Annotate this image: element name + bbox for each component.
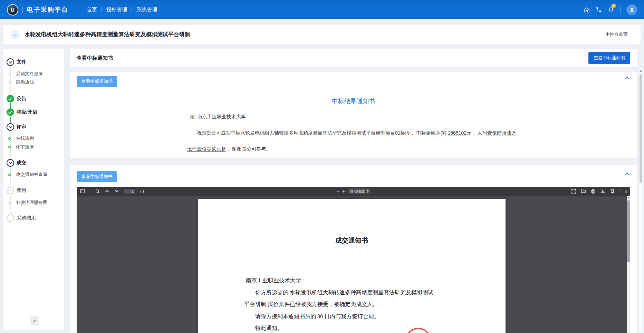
document-title: 成交通知书 [198,199,506,245]
notice-body-text: 元， 大写 [467,130,487,136]
pdf-zoom-value: 自动缩放 [350,189,365,194]
collapse-card-icon[interactable] [625,77,629,81]
divider [22,7,23,13]
scrollbar-thumb[interactable] [640,74,642,183]
divider [619,189,620,194]
nav-home[interactable]: 首页 [82,7,102,13]
section-header: 查看中标通知书 查看中标通知书 [70,49,637,67]
pdf-zoom-select[interactable]: 自动缩放 [348,188,371,194]
sidebar-item-agency-service-fee[interactable]: 补缴代理服务费 [8,199,47,206]
scrollbar-thumb[interactable] [627,200,630,262]
app-title: 电子采购平台 [27,6,68,14]
sidebar-item-procurement-file-clarification[interactable]: 采购文件澄清 [8,71,43,77]
sidebar-group-procurement-end[interactable]: 采购结束 [7,214,36,222]
main-content: 查看中标通知书 查看中标通知书 查看中标通知书 中标结果通知书 致: 南京工业职… [70,49,637,333]
ellipsis-circle-icon [7,214,14,222]
divider [90,189,90,194]
window-scrollbar[interactable] [638,68,643,333]
step-bullet-icon [8,174,11,176]
pdf-download-icon[interactable] [599,188,606,194]
section-title: 查看中标通知书 [77,55,113,61]
sidebar-group-announcement[interactable]: 公告 [7,95,26,102]
pdf-page-number-input[interactable] [123,188,135,194]
pdf-zoom-out-icon[interactable]: − [336,189,339,194]
project-title: 水轮发电机组大轴转速多种高精度测量算法研究及模拟测试平台研制 [25,31,190,38]
award-notice-badge[interactable]: 查看中标通知书 [77,76,117,87]
ellipsis-circle-icon [7,187,14,194]
pdf-toolbar: / 1 − + 自动缩放 [77,187,630,196]
pdf-next-page-icon[interactable] [114,188,120,194]
nav-bid-management[interactable]: 投标管理 [102,7,132,13]
notice-recipient: 致: 南京工业职业技术大学 [187,113,520,120]
scroll-up-icon[interactable] [640,70,642,72]
pdf-page-total: / 1 [140,189,144,193]
sidebar-item-online-negotiation[interactable]: 在线谈判 [8,135,34,141]
sidebar-group-review[interactable]: 评审 [7,123,26,131]
sidebar-collapse-button[interactable]: « [30,316,39,325]
console-home-button[interactable]: 主控台首页 [600,29,633,40]
pdf-zoom-in-icon[interactable]: + [342,189,345,194]
view-award-notice-button[interactable]: 查看中标通知书 [588,52,630,64]
notice-body-text: ， 谢谢贵公司参与。 [226,146,271,151]
step-bullet-icon [8,146,11,148]
sidebar-group-response-open[interactable]: 响应/开启 [7,108,37,116]
divider [620,7,621,13]
pdf-scrollbar[interactable] [627,196,630,333]
nav-system-management[interactable]: 系统管理 [132,7,162,13]
pdf-previous-page-icon[interactable] [104,188,110,194]
notice-box: 中标结果通知书 致: 南京工业职业技术大学 祝贺贵公司成功中标水轮发电机组大轴转… [77,90,630,157]
pdf-presentation-mode-icon[interactable] [570,188,577,194]
home-icon[interactable] [583,6,590,13]
pdf-page: 成交通知书 南京工业职业技术大学： 你方所递交的 水轮发电机组大轴转速多种高精度… [198,199,506,333]
sidebar-group-fees[interactable]: 费用 [7,187,26,194]
process-sidebar: 文件 采购文件澄清 踏勘通知 公告 响应/开启 评审 在线谈判 评审澄清 [3,49,64,330]
check-circle-icon [7,108,14,116]
pdf-notice-card: 查看中标通知书 [70,165,637,333]
document-line: 特此通知。 [244,322,478,333]
pdf-open-file-icon[interactable] [580,188,586,194]
pdf-document-area: 成交通知书 南京工业职业技术大学： 你方所递交的 水轮发电机组大轴转速多种高精度… [77,196,630,333]
bell-icon[interactable]: 3 [607,6,614,13]
document-body: 南京工业职业技术大学： 你方所递交的 水轮发电机组大轴转速多种高精度测量算法研究… [198,275,506,333]
pdf-sidebar-toggle-icon[interactable] [79,188,86,194]
pdf-bookmark-icon[interactable] [609,188,615,194]
sidebar-item-review-clarification[interactable]: 评审澄清 [8,144,34,150]
sidebar-group-award[interactable]: 成交 [7,159,26,167]
collapse-card-icon[interactable] [625,173,629,177]
award-notice-card: 查看中标通知书 中标结果通知书 致: 南京工业职业技术大学 祝贺贵公司成功中标水… [70,72,637,158]
primary-nav: 首页 投标管理 系统管理 [82,7,162,13]
sidebar-item-award-notice-view[interactable]: 成交通知书查看 [8,172,47,178]
document-line: 南京工业职业技术大学： [244,275,478,287]
notification-badge: 3 [611,4,616,8]
user-avatar[interactable] [626,4,637,15]
pdf-search-icon[interactable] [94,188,100,194]
scroll-up-icon[interactable] [627,197,629,198]
pdf-print-icon[interactable] [590,188,596,194]
notice-body-text: 祝贺贵公司成功中标水轮发电机组大轴转速多种高精度测量算法研究及模拟测试平台研制项… [197,130,448,136]
app-logo-icon: U [7,4,18,16]
pdf-viewer: / 1 − + 自动缩放 [77,187,630,333]
award-notice-badge[interactable]: 查看中标通知书 [77,171,117,182]
step-bullet-icon [8,81,11,84]
select-arrows-icon [367,189,369,193]
step-connector [10,103,11,108]
chevron-circle-icon[interactable] [7,159,14,167]
sidebar-item-site-survey-notice[interactable]: 踏勘通知 [8,79,34,85]
step-bullet-icon [8,202,11,204]
chevron-circle-icon[interactable] [7,58,14,66]
chevron-circle-icon[interactable] [7,123,14,131]
pdf-more-tools-icon[interactable]: » [625,188,627,194]
page-header: ← 水轮发电机组大轴转速多种高精度测量算法研究及模拟测试平台研制 主控台首页 [3,25,641,44]
check-circle-icon [7,95,14,102]
back-arrow-icon: ← [13,32,18,38]
topbar-actions: 3 [583,4,637,15]
notice-title: 中标结果通知书 [187,97,520,106]
step-connector [10,117,11,123]
award-amount-digits: 1665102 [448,130,467,136]
app-window: U 电子采购平台 首页 投标管理 系统管理 3 [0,0,644,333]
phone-icon[interactable] [595,6,602,13]
sidebar-group-documents[interactable]: 文件 [7,58,26,66]
document-line: 平台研制 报价文件已经被我方接受，被确定为成交人。 [244,298,478,311]
back-button[interactable]: ← [11,30,20,39]
document-line: 你方所递交的 水轮发电机组大轴转速多种高精度测量算法研究及模拟测试 [244,287,478,299]
